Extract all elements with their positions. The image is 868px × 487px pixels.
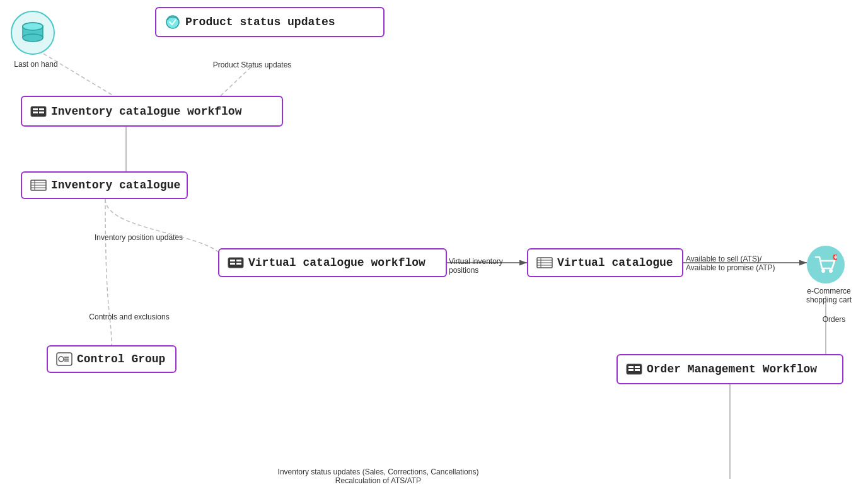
svg-rect-21 — [39, 112, 44, 113]
inventory-catalogue-workflow-node[interactable]: Inventory catalogue workflow — [21, 96, 283, 127]
product-status-updates-node[interactable]: Product status updates — [155, 7, 385, 37]
inventory-status-updates-label: Inventory status updates (Sales, Correct… — [221, 467, 536, 485]
svg-point-37 — [821, 269, 825, 273]
svg-rect-48 — [628, 366, 634, 368]
inventory-catalogue-node[interactable]: Inventory catalogue — [21, 171, 188, 199]
order-management-workflow-node[interactable]: Order Management Workflow — [616, 354, 843, 384]
inventory-position-updates-label: Inventory position updates — [95, 233, 208, 242]
svg-rect-29 — [230, 263, 235, 265]
svg-rect-19 — [33, 112, 38, 113]
ecommerce-cart-label: e-Commerce shopping cart — [797, 287, 860, 304]
svg-rect-18 — [33, 108, 38, 110]
svg-rect-31 — [236, 263, 241, 265]
virtual-catalogue-workflow-node[interactable]: Virtual catalogue workflow — [218, 248, 447, 277]
svg-point-13 — [23, 23, 43, 30]
virtual-catalogue-node[interactable]: Virtual catalogue — [527, 248, 683, 277]
inventory-catalogue-workflow-label: Inventory catalogue workflow — [51, 105, 241, 118]
inventory-catalogue-icon — [30, 179, 47, 192]
svg-rect-28 — [230, 260, 235, 261]
svg-rect-20 — [39, 108, 44, 110]
product-status-updates-label-text: Product status updates — [185, 16, 335, 28]
controls-exclusions-label: Controls and exclusions — [82, 312, 176, 321]
workflow-icon — [164, 16, 182, 28]
orders-label: Orders — [815, 315, 853, 324]
virtual-workflow-icon — [227, 256, 245, 269]
available-to-sell-label: Available to sell (ATS)/Available to pro… — [686, 255, 806, 272]
order-mgmt-icon — [625, 363, 643, 375]
svg-rect-50 — [635, 366, 640, 368]
ecommerce-cart-node[interactable] — [807, 246, 845, 284]
product-status-updates-label: Product Status updates — [195, 60, 309, 69]
virtual-catalogue-workflow-label: Virtual catalogue workflow — [248, 256, 425, 269]
connection-lines — [0, 0, 868, 487]
inventory-workflow-icon — [30, 105, 47, 118]
database-node[interactable] — [11, 11, 55, 55]
virtual-inventory-positions-label: Virtual inventorypositions — [449, 257, 524, 275]
virtual-catalogue-icon — [536, 256, 553, 269]
svg-point-12 — [23, 34, 43, 42]
diagram-canvas: Last on hand Product Status updates Prod… — [0, 0, 868, 487]
svg-rect-30 — [236, 260, 241, 261]
control-group-label: Control Group — [77, 353, 165, 365]
inventory-catalogue-label: Inventory catalogue — [51, 179, 180, 192]
svg-line-2 — [33, 47, 113, 96]
svg-rect-49 — [628, 369, 634, 371]
svg-point-16 — [166, 16, 179, 28]
virtual-catalogue-label: Virtual catalogue — [557, 256, 673, 269]
control-group-node[interactable]: Control Group — [47, 345, 176, 373]
svg-rect-51 — [635, 369, 640, 371]
order-management-workflow-label: Order Management Workflow — [647, 363, 817, 375]
svg-point-38 — [829, 269, 833, 273]
control-group-icon — [55, 353, 73, 365]
last-on-hand-label: Last on hand — [11, 60, 61, 69]
